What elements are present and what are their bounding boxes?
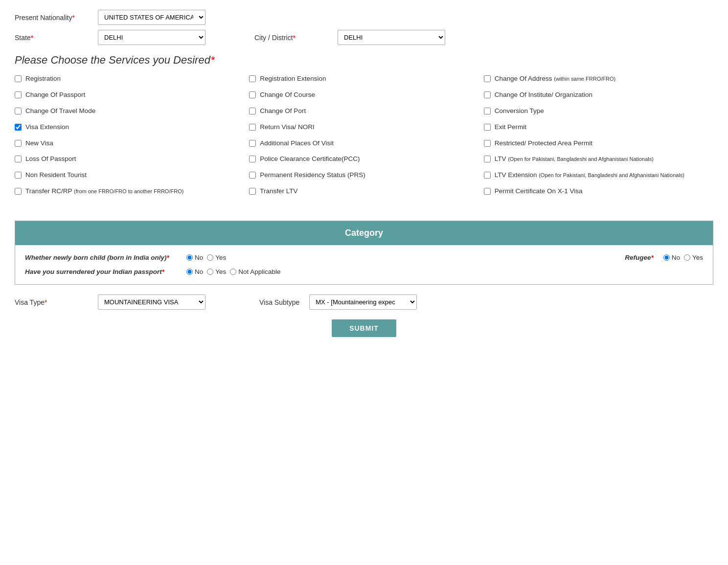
transfer-rc-rp-checkbox[interactable] xyxy=(15,188,22,195)
newly-born-yes-label[interactable]: Yes xyxy=(207,254,226,261)
registration-label[interactable]: Registration xyxy=(25,74,61,84)
surrendered-yes-label[interactable]: Yes xyxy=(207,268,226,275)
present-nationality-select[interactable]: UNITED STATES OF AMERICA xyxy=(98,10,205,25)
service-change-of-institute: Change Of Institute/ Organization xyxy=(484,90,713,100)
state-label: State* xyxy=(15,34,93,42)
visa-type-select[interactable]: MOUNTAINEERING VISA xyxy=(98,294,205,310)
visa-subtype-label: Visa Subtype xyxy=(259,298,299,306)
newly-born-yes-radio[interactable] xyxy=(207,254,213,261)
surrendered-no-label[interactable]: No xyxy=(186,268,203,275)
service-change-of-course: Change Of Course xyxy=(249,90,478,100)
visa-subtype-group: Visa Subtype MX - [Mountaineering expec xyxy=(259,294,417,310)
services-title: Please Choose the Services you Desired* xyxy=(15,54,713,67)
newly-born-label: Whether newly born child (born in India … xyxy=(25,254,182,261)
permit-certificate-label[interactable]: Permit Certificate On X-1 Visa xyxy=(495,187,583,196)
registration-extension-checkbox[interactable] xyxy=(249,75,256,82)
surrendered-na-label[interactable]: Not Applicable xyxy=(230,268,280,275)
loss-of-passport-checkbox[interactable] xyxy=(15,156,22,162)
visa-type-label: Visa Type* xyxy=(15,298,93,306)
surrendered-yes-radio[interactable] xyxy=(207,269,213,275)
new-visa-checkbox[interactable] xyxy=(15,140,22,147)
city-district-select[interactable]: DELHI xyxy=(338,30,445,45)
registration-checkbox[interactable] xyxy=(15,75,22,82)
return-visa-label[interactable]: Return Visa/ NORI xyxy=(260,123,315,132)
change-of-passport-label[interactable]: Change Of Passport xyxy=(25,90,85,100)
change-of-travel-mode-checkbox[interactable] xyxy=(15,108,22,114)
submit-container: SUBMIT xyxy=(15,319,713,337)
change-of-passport-checkbox[interactable] xyxy=(15,91,22,98)
non-resident-label[interactable]: Non Resident Tourist xyxy=(25,171,87,180)
loss-of-passport-label[interactable]: Loss Of Passport xyxy=(25,155,76,164)
ltv-extension-label[interactable]: LTV Extension (Open for Pakistani, Bangl… xyxy=(495,171,684,180)
present-nationality-label: Present Nationality* xyxy=(15,14,93,22)
conversion-type-label[interactable]: Conversion Type xyxy=(495,107,544,116)
service-permit-certificate: Permit Certificate On X-1 Visa xyxy=(484,187,713,196)
transfer-rc-rp-label[interactable]: Transfer RC/RP (from one FRRO/FRO to ano… xyxy=(25,187,183,196)
service-visa-extension: Visa Extension xyxy=(15,123,244,132)
surrendered-radio-group: No Yes Not Applicable xyxy=(186,268,281,275)
additional-places-checkbox[interactable] xyxy=(249,140,256,147)
service-restricted-area: Restricted/ Protected Area Permit xyxy=(484,139,713,148)
surrendered-no-radio[interactable] xyxy=(186,269,193,275)
ltv-checkbox[interactable] xyxy=(484,156,491,162)
service-conversion-type: Conversion Type xyxy=(484,107,713,116)
visa-subtype-select[interactable]: MX - [Mountaineering expec xyxy=(309,294,417,310)
visa-extension-checkbox[interactable] xyxy=(15,124,22,131)
restricted-area-label[interactable]: Restricted/ Protected Area Permit xyxy=(495,139,592,148)
change-of-address-label[interactable]: Change Of Address (within same FRRO/FRO) xyxy=(495,74,615,84)
service-change-of-travel-mode: Change Of Travel Mode xyxy=(15,107,244,116)
transfer-ltv-label[interactable]: Transfer LTV xyxy=(260,187,297,196)
change-of-address-checkbox[interactable] xyxy=(484,75,491,82)
service-registration-extension: Registration Extension xyxy=(249,74,478,84)
exit-permit-label[interactable]: Exit Permit xyxy=(495,123,526,132)
exit-permit-checkbox[interactable] xyxy=(484,124,491,131)
non-resident-checkbox[interactable] xyxy=(15,172,22,179)
police-clearance-label[interactable]: Police Clearance Certificate(PCC) xyxy=(260,155,360,164)
refugee-no-label[interactable]: No xyxy=(663,254,680,261)
visa-extension-label[interactable]: Visa Extension xyxy=(25,123,69,132)
surrendered-na-radio[interactable] xyxy=(230,269,236,275)
return-visa-checkbox[interactable] xyxy=(249,124,256,131)
visa-type-group: Visa Type* MOUNTAINEERING VISA xyxy=(15,294,205,310)
newly-born-radio-group: No Yes xyxy=(186,254,226,261)
ltv-label[interactable]: LTV (Open for Pakistani, Bangladeshi and… xyxy=(495,155,654,164)
service-transfer-rc-rp: Transfer RC/RP (from one FRRO/FRO to ano… xyxy=(15,187,244,196)
additional-places-label[interactable]: Additional Places Of Visit xyxy=(260,139,334,148)
change-of-travel-mode-label[interactable]: Change Of Travel Mode xyxy=(25,107,95,116)
submit-button[interactable]: SUBMIT xyxy=(332,319,396,337)
service-police-clearance: Police Clearance Certificate(PCC) xyxy=(249,155,478,164)
registration-extension-label[interactable]: Registration Extension xyxy=(260,74,326,84)
newly-born-no-radio[interactable] xyxy=(186,254,193,261)
refugee-no-radio[interactable] xyxy=(663,254,670,261)
service-permanent-residency: Permanent Residency Status (PRS) xyxy=(249,171,478,180)
conversion-type-checkbox[interactable] xyxy=(484,108,491,114)
change-of-port-label[interactable]: Change Of Port xyxy=(260,107,306,116)
service-transfer-ltv: Transfer LTV xyxy=(249,187,478,196)
permit-certificate-checkbox[interactable] xyxy=(484,188,491,195)
state-select[interactable]: DELHI xyxy=(98,30,205,45)
refugee-yes-label[interactable]: Yes xyxy=(684,254,703,261)
permanent-residency-label[interactable]: Permanent Residency Status (PRS) xyxy=(260,171,365,180)
services-grid: Registration Registration Extension Chan… xyxy=(15,74,713,196)
service-additional-places: Additional Places Of Visit xyxy=(249,139,478,148)
category-row-newly-born: Whether newly born child (born in India … xyxy=(25,254,703,261)
service-registration: Registration xyxy=(15,74,244,84)
category-header: Category xyxy=(15,221,713,245)
visa-row: Visa Type* MOUNTAINEERING VISA Visa Subt… xyxy=(15,294,713,310)
newly-born-no-label[interactable]: No xyxy=(186,254,203,261)
ltv-extension-checkbox[interactable] xyxy=(484,172,491,179)
police-clearance-checkbox[interactable] xyxy=(249,156,256,162)
change-of-course-checkbox[interactable] xyxy=(249,91,256,98)
change-of-port-checkbox[interactable] xyxy=(249,108,256,114)
change-of-institute-label[interactable]: Change Of Institute/ Organization xyxy=(495,90,592,100)
new-visa-label[interactable]: New Visa xyxy=(25,139,53,148)
transfer-ltv-checkbox[interactable] xyxy=(249,188,256,195)
permanent-residency-checkbox[interactable] xyxy=(249,172,256,179)
surrendered-passport-label: Have you surrendered your Indian passpor… xyxy=(25,268,182,275)
service-non-resident: Non Resident Tourist xyxy=(15,171,244,180)
refugee-yes-radio[interactable] xyxy=(684,254,690,261)
refugee-radio-group: No Yes xyxy=(663,254,703,261)
change-of-institute-checkbox[interactable] xyxy=(484,91,491,98)
change-of-course-label[interactable]: Change Of Course xyxy=(260,90,315,100)
restricted-area-checkbox[interactable] xyxy=(484,140,491,147)
